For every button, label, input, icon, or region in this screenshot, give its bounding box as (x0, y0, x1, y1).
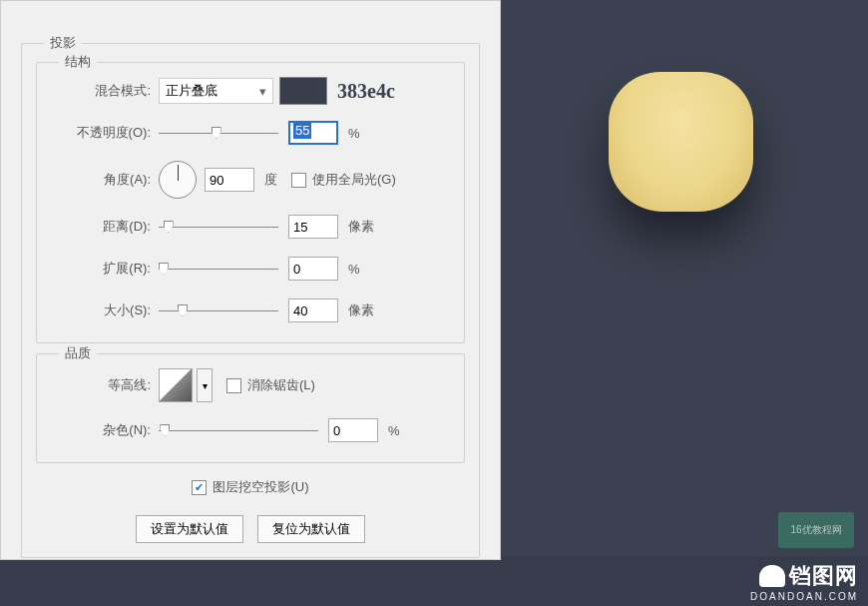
ghost-icon (759, 565, 785, 587)
quality-group: 品质 等高线: ▾ 消除锯齿(L) 杂色(N): % (36, 353, 465, 463)
outer-fieldset: 投影 结构 混合模式: 正片叠底 383e4c 不透明度(O): 55 % 角度… (21, 43, 480, 558)
structure-group: 结构 混合模式: 正片叠底 383e4c 不透明度(O): 55 % 角度(A)… (36, 62, 465, 343)
opacity-unit: % (348, 126, 360, 141)
noise-input[interactable] (328, 418, 378, 442)
opacity-row: 不透明度(O): 55 % (51, 119, 450, 147)
angle-row: 角度(A): 度 使用全局光(G) (51, 161, 450, 199)
knockout-row: ✔ 图层挖空投影(U) (36, 473, 465, 501)
distance-input[interactable] (288, 215, 338, 239)
size-slider[interactable] (159, 302, 278, 319)
drop-shadow-dialog: 投影 结构 混合模式: 正片叠底 383e4c 不透明度(O): 55 % 角度… (0, 0, 501, 560)
blend-mode-select[interactable]: 正片叠底 (159, 78, 273, 104)
blend-mode-label: 混合模式: (51, 82, 151, 100)
global-light-label: 使用全局光(G) (312, 171, 396, 189)
angle-label: 角度(A): (51, 171, 151, 189)
angle-unit: 度 (264, 171, 277, 189)
distance-unit: 像素 (348, 218, 374, 236)
antialias-label: 消除锯齿(L) (247, 376, 315, 394)
antialias-checkbox[interactable] (226, 378, 241, 393)
contour-row: 等高线: ▾ 消除锯齿(L) (51, 368, 450, 402)
angle-input[interactable] (205, 168, 254, 192)
size-unit: 像素 (348, 302, 374, 319)
distance-row: 距离(D): 像素 (51, 213, 450, 241)
noise-slider[interactable] (159, 421, 318, 439)
distance-slider[interactable] (159, 218, 278, 236)
knockout-label: 图层挖空投影(U) (213, 478, 308, 496)
contour-dropdown[interactable]: ▾ (197, 368, 213, 402)
opacity-label: 不透明度(O): (51, 124, 151, 142)
noise-unit: % (388, 423, 400, 438)
noise-row: 杂色(N): % (51, 416, 450, 444)
angle-dial[interactable] (159, 161, 197, 199)
spread-unit: % (348, 262, 360, 277)
contour-preview[interactable] (159, 368, 193, 402)
blend-mode-row: 混合模式: 正片叠底 383e4c (51, 77, 450, 105)
set-default-button[interactable]: 设置为默认值 (136, 515, 243, 543)
reset-default-button[interactable]: 复位为默认值 (257, 515, 365, 543)
distance-label: 距离(D): (51, 218, 151, 236)
global-light-checkbox[interactable] (291, 173, 306, 188)
spread-slider[interactable] (159, 260, 278, 278)
panel-title: 投影 (44, 34, 82, 52)
spread-input[interactable] (288, 257, 338, 281)
watermark-main: 铛图网 DOANDOAN.COM (750, 561, 858, 602)
shape-preview (609, 72, 753, 212)
knockout-checkbox[interactable]: ✔ (192, 480, 207, 495)
structure-legend: 结构 (59, 53, 97, 71)
contour-label: 等高线: (51, 376, 151, 394)
button-row: 设置为默认值 复位为默认值 (36, 515, 465, 543)
size-input[interactable] (288, 299, 338, 322)
opacity-slider[interactable] (159, 124, 278, 142)
shadow-color-swatch[interactable] (279, 77, 327, 105)
opacity-input[interactable]: 55 (288, 121, 338, 145)
noise-label: 杂色(N): (51, 421, 151, 439)
size-label: 大小(S): (51, 302, 151, 319)
spread-row: 扩展(R): % (51, 255, 450, 283)
quality-legend: 品质 (59, 344, 97, 362)
watermark-corner: 16优教程网 (778, 512, 854, 548)
spread-label: 扩展(R): (51, 260, 151, 278)
color-annotation: 383e4c (337, 80, 395, 103)
size-row: 大小(S): 像素 (51, 297, 450, 324)
